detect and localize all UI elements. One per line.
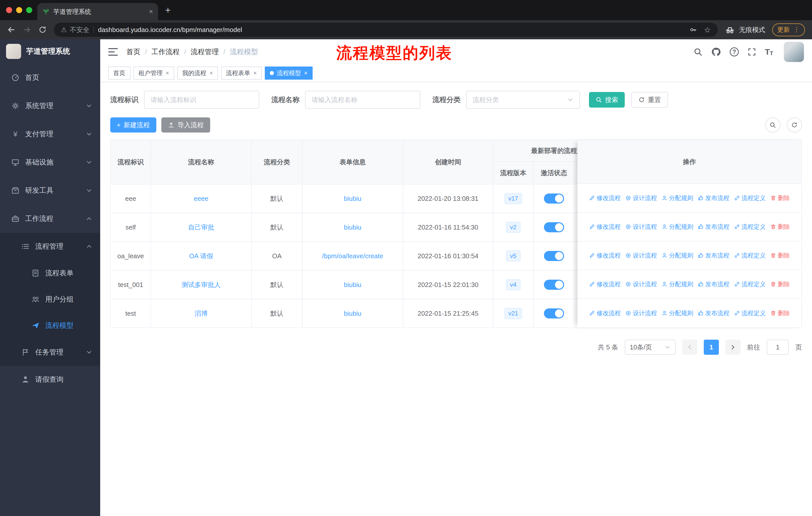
sidebar-item-process-form[interactable]: 流程表单: [0, 260, 100, 286]
op-publish[interactable]: 发布流程: [698, 309, 729, 317]
status-toggle[interactable]: [544, 251, 564, 261]
category-select[interactable]: 流程分类: [466, 91, 580, 109]
help-icon[interactable]: ?: [730, 47, 739, 56]
op-definition[interactable]: 流程定义: [734, 251, 766, 260]
process-name-link[interactable]: 滔博: [195, 309, 208, 318]
toggle-search-button[interactable]: [765, 117, 780, 133]
sidebar-item-payment[interactable]: ¥ 支付管理: [0, 120, 100, 148]
status-toggle[interactable]: [544, 222, 564, 232]
security-status[interactable]: ⚠ 不安全: [61, 25, 89, 34]
current-page-button[interactable]: 1: [704, 340, 719, 355]
next-page-button[interactable]: [725, 340, 741, 355]
sidebar-item-infra[interactable]: 基础设施: [0, 148, 100, 176]
address-bar[interactable]: ⚠ 不安全 dashboard.yudao.iocoder.cn/bpm/man…: [54, 23, 718, 37]
breadcrumb-workflow[interactable]: 工作流程: [151, 47, 180, 57]
process-id-input[interactable]: [144, 91, 259, 109]
op-delete[interactable]: 删除: [770, 280, 790, 288]
op-publish[interactable]: 发布流程: [698, 280, 729, 288]
op-definition[interactable]: 流程定义: [734, 309, 766, 317]
refresh-table-button[interactable]: [787, 117, 802, 133]
breadcrumb-home[interactable]: 首页: [126, 47, 141, 57]
sidebar-item-task-mgmt[interactable]: 任务管理: [0, 338, 100, 366]
bookmark-star-icon[interactable]: ☆: [704, 25, 711, 34]
tag-my-process[interactable]: 我的流程 ×: [177, 66, 218, 80]
import-process-button[interactable]: 导入流程: [161, 117, 210, 133]
sidebar-item-leave-query[interactable]: 请假查询: [0, 366, 100, 393]
op-design[interactable]: 设计流程: [625, 251, 657, 260]
form-link[interactable]: /bpm/oa/leave/create: [322, 252, 383, 260]
breadcrumb-process-mgmt[interactable]: 流程管理: [191, 47, 219, 57]
op-assign-rule[interactable]: 分配规则: [662, 309, 693, 317]
app-logo[interactable]: 芋道管理系统: [0, 39, 100, 63]
sidebar-item-system[interactable]: 系统管理: [0, 92, 100, 120]
font-size-icon[interactable]: TT: [765, 47, 773, 57]
sidebar-collapse-button[interactable]: [108, 48, 118, 56]
close-icon[interactable]: ×: [304, 70, 308, 77]
op-design[interactable]: 设计流程: [625, 309, 657, 317]
refresh-icon[interactable]: [38, 25, 47, 34]
tag-tenant[interactable]: 租户管理 ×: [134, 66, 174, 80]
op-modify[interactable]: 修改流程: [589, 280, 621, 288]
goto-page-input[interactable]: [767, 340, 789, 355]
op-delete[interactable]: 删除: [770, 194, 790, 202]
github-icon[interactable]: [711, 47, 721, 57]
op-modify[interactable]: 修改流程: [589, 223, 621, 231]
op-design[interactable]: 设计流程: [625, 194, 657, 202]
close-icon[interactable]: ×: [209, 70, 213, 77]
op-delete[interactable]: 删除: [770, 251, 790, 260]
key-icon[interactable]: [689, 26, 697, 33]
op-publish[interactable]: 发布流程: [698, 223, 729, 231]
op-definition[interactable]: 流程定义: [734, 194, 766, 202]
op-assign-rule[interactable]: 分配规则: [662, 194, 693, 202]
status-toggle[interactable]: [544, 193, 564, 203]
form-link[interactable]: biubiu: [344, 223, 361, 231]
window-zoom-button[interactable]: [26, 7, 32, 13]
sidebar-item-workflow[interactable]: 工作流程: [0, 205, 100, 233]
process-name-link[interactable]: 自己审批: [188, 223, 214, 232]
sidebar-item-home[interactable]: 首页: [0, 63, 100, 92]
op-modify[interactable]: 修改流程: [589, 309, 621, 317]
op-publish[interactable]: 发布流程: [698, 194, 729, 202]
close-icon[interactable]: ×: [166, 70, 169, 77]
process-name-link[interactable]: eeee: [194, 195, 208, 202]
search-button[interactable]: 搜索: [589, 92, 625, 108]
op-design[interactable]: 设计流程: [625, 223, 657, 231]
tab-close-icon[interactable]: ×: [149, 7, 153, 16]
op-publish[interactable]: 发布流程: [698, 251, 729, 260]
process-name-link[interactable]: 测试多审批人: [181, 280, 221, 289]
op-delete[interactable]: 删除: [770, 223, 790, 231]
browser-update-button[interactable]: 更新 ⋮: [772, 23, 805, 36]
status-toggle[interactable]: [544, 280, 564, 290]
reset-button[interactable]: 重置: [631, 92, 668, 108]
process-name-input[interactable]: [305, 91, 420, 109]
prev-page-button[interactable]: [682, 340, 697, 355]
op-design[interactable]: 设计流程: [625, 280, 657, 288]
new-tab-button[interactable]: +: [165, 0, 171, 20]
search-icon[interactable]: [693, 47, 702, 56]
back-icon[interactable]: [7, 25, 16, 34]
window-close-button[interactable]: [6, 7, 12, 13]
op-assign-rule[interactable]: 分配规则: [662, 280, 693, 288]
op-assign-rule[interactable]: 分配规则: [662, 223, 693, 231]
op-modify[interactable]: 修改流程: [589, 251, 621, 260]
browser-tab[interactable]: 芋道管理系统 ×: [37, 3, 158, 20]
process-name-link[interactable]: OA 请假: [189, 252, 213, 261]
op-modify[interactable]: 修改流程: [589, 194, 621, 202]
tag-process-form[interactable]: 流程表单 ×: [221, 66, 262, 80]
browser-menu-icon[interactable]: ⋮: [793, 26, 800, 33]
op-assign-rule[interactable]: 分配规则: [662, 251, 693, 260]
op-definition[interactable]: 流程定义: [734, 223, 766, 231]
sidebar-item-process-mgmt[interactable]: 流程管理: [0, 233, 100, 260]
sidebar-item-devtools[interactable]: 研发工具: [0, 176, 100, 205]
form-link[interactable]: biubiu: [344, 281, 361, 289]
op-definition[interactable]: 流程定义: [734, 280, 766, 288]
fullscreen-icon[interactable]: [747, 47, 756, 56]
tag-process-model[interactable]: 流程模型 ×: [265, 66, 313, 80]
sidebar-item-user-group[interactable]: 用户分组: [0, 286, 100, 313]
window-minimize-button[interactable]: [16, 7, 22, 13]
user-avatar[interactable]: [784, 42, 804, 62]
sidebar-item-process-model[interactable]: 流程模型: [0, 313, 100, 338]
form-link[interactable]: biubiu: [344, 310, 361, 318]
page-size-select[interactable]: 10条/页: [625, 340, 675, 355]
form-link[interactable]: biubiu: [344, 195, 361, 202]
